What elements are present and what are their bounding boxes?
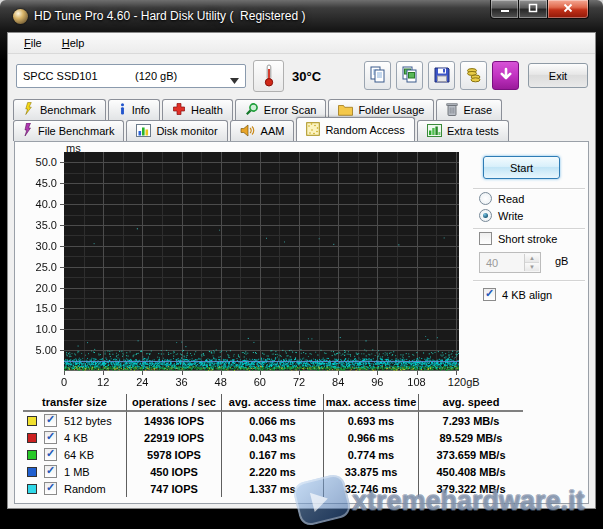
x-tick-label: 84 <box>318 376 358 388</box>
client-area: FileHelp SPCC SSD101 (120 gB) 30°C Exit … <box>7 32 596 509</box>
y-tick-mark <box>60 308 64 309</box>
options-button[interactable] <box>460 61 487 90</box>
x-tick-mark <box>182 371 183 375</box>
x-tick-mark <box>142 371 143 375</box>
row-checkbox[interactable] <box>44 465 57 478</box>
row-checkbox[interactable] <box>44 414 57 427</box>
value-cell: 450 IOPS <box>127 463 222 480</box>
close-button[interactable] <box>547 0 589 19</box>
value-cell: 0.043 ms <box>222 429 324 446</box>
toolbar: SPCC SSD101 (120 gB) 30°C Exit <box>8 55 595 99</box>
spinner-arrows[interactable]: ▲▼ <box>524 254 539 271</box>
health-icon <box>172 102 186 118</box>
x-tick-label: 0 <box>44 376 84 388</box>
x-tick-mark <box>64 371 65 375</box>
column-header: operations / sec <box>127 394 222 412</box>
write-radio-circle[interactable] <box>479 209 492 222</box>
copy-screenshot-button[interactable] <box>396 61 423 90</box>
value-cell: 450.408 MB/s <box>419 463 523 480</box>
table-row: Random747 IOPS1.337 ms32.746 ms379.322 M… <box>23 480 523 497</box>
save-icon <box>433 66 451 86</box>
menu-help[interactable]: Help <box>54 36 93 50</box>
y-tick-mark <box>60 329 64 330</box>
row-checkbox[interactable] <box>44 448 57 461</box>
tab-label: Disk monitor <box>156 125 217 137</box>
screenshot-icon <box>400 65 419 86</box>
drive-select[interactable]: SPCC SSD101 (120 gB) <box>16 64 246 88</box>
copy-text-button[interactable] <box>364 61 391 90</box>
download-arrow-icon <box>497 66 515 86</box>
tab-file-benchmark[interactable]: File Benchmark <box>13 120 124 141</box>
value-cell: 379.322 MB/s <box>419 480 523 497</box>
minimize-icon <box>500 3 510 15</box>
menu-file[interactable]: File <box>16 36 50 50</box>
tab-health[interactable]: Health <box>162 99 233 120</box>
toolbar-buttons <box>364 61 519 90</box>
x-tick-mark <box>260 371 261 375</box>
tab-strip: BenchmarkInfoHealthError ScanFolder Usag… <box>13 99 590 141</box>
exit-button[interactable]: Exit <box>528 63 588 88</box>
exit-label: Exit <box>549 70 567 82</box>
x-tick-label: 108 <box>397 376 437 388</box>
tab-erase[interactable]: Erase <box>436 99 502 120</box>
capture-button[interactable] <box>492 61 519 90</box>
menu-bar: FileHelp <box>8 33 595 54</box>
tab-info[interactable]: Info <box>108 99 160 120</box>
x-tick-mark <box>417 371 418 375</box>
transfer-size-cell: 1 MB <box>23 463 127 480</box>
x-tick-label: 96 <box>357 376 397 388</box>
spin-up-icon[interactable]: ▲ <box>525 254 539 263</box>
start-button[interactable]: Start <box>483 156 560 179</box>
capacity-spinner[interactable]: 40 ▲▼ <box>479 252 541 273</box>
chevron-down-icon <box>230 74 239 86</box>
copy-icon <box>368 65 387 86</box>
align-label: 4 KB align <box>502 289 552 301</box>
tab-random-access[interactable]: Random Access <box>296 117 414 141</box>
write-radio[interactable]: Write <box>479 209 523 222</box>
x-tick-mark <box>338 371 339 375</box>
minimize-button[interactable] <box>490 0 519 19</box>
window-title: HD Tune Pro 4.60 - Hard Disk Utility ( R… <box>34 9 305 23</box>
short-stroke-checkbox[interactable]: Short stroke <box>479 232 557 245</box>
maximize-button[interactable] <box>519 0 547 19</box>
tab-benchmark[interactable]: Benchmark <box>13 99 106 120</box>
separator <box>473 188 585 190</box>
tab-aam[interactable]: AAM <box>230 120 295 141</box>
series-color-swatch <box>27 416 37 426</box>
drive-name: SPCC SSD101 <box>23 70 98 82</box>
value-cell: 1.337 ms <box>222 480 324 497</box>
benchmark-icon <box>23 102 35 118</box>
read-radio-circle[interactable] <box>479 192 492 205</box>
info-icon <box>118 102 127 118</box>
temperature-button[interactable] <box>253 60 284 92</box>
value-cell: 14936 IOPS <box>127 412 222 429</box>
row-checkbox[interactable] <box>44 431 57 444</box>
value-cell: 89.529 MB/s <box>419 429 523 446</box>
save-button[interactable] <box>428 61 455 90</box>
table-header-row: transfer sizeoperations / secavg. access… <box>23 394 523 412</box>
read-radio[interactable]: Read <box>479 192 524 205</box>
column-header: max. access time <box>324 394 419 412</box>
x-tick-mark <box>221 371 222 375</box>
align-box[interactable] <box>483 288 496 301</box>
drive-capacity: (120 gB) <box>135 70 177 82</box>
row-checkbox[interactable] <box>44 482 57 495</box>
tab-row-2: File BenchmarkDisk monitorAAMRandom Acce… <box>13 120 509 141</box>
x-tick-mark <box>299 371 300 375</box>
temperature-value: 30°C <box>292 69 321 84</box>
value-cell: 747 IOPS <box>127 480 222 497</box>
column-header: avg. access time <box>222 394 324 412</box>
y-tick-mark <box>60 225 64 226</box>
value-cell: 32.746 ms <box>324 480 419 497</box>
short-stroke-box[interactable] <box>479 232 492 245</box>
tab-extra-tests[interactable]: Extra tests <box>417 120 509 141</box>
tab-disk-monitor[interactable]: Disk monitor <box>126 120 227 141</box>
spin-down-icon[interactable]: ▼ <box>525 263 539 271</box>
tab-label: Benchmark <box>40 104 96 116</box>
title-bar[interactable]: HD Tune Pro 4.60 - Hard Disk Utility ( R… <box>0 0 603 32</box>
disk-monitor-icon <box>136 124 151 139</box>
y-tick-label: 20.0 <box>23 282 57 294</box>
x-tick-label: 48 <box>201 376 241 388</box>
align-checkbox[interactable]: 4 KB align <box>483 288 552 301</box>
app-window: HD Tune Pro 4.60 - Hard Disk Utility ( R… <box>0 0 603 529</box>
